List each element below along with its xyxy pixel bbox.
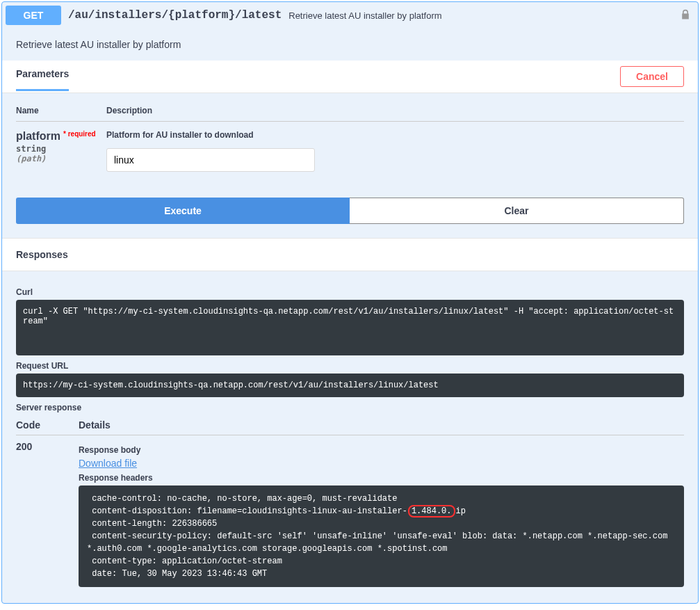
download-file-link[interactable]: Download file xyxy=(79,458,137,469)
param-type: string xyxy=(16,144,106,154)
operation-path: /au/installers/{platform}/latest xyxy=(68,9,282,22)
parameters-table: Name Description platform* required stri… xyxy=(2,93,698,187)
code-column-header: Code xyxy=(16,419,79,431)
response-row: 200 Response body Download file Response… xyxy=(16,435,684,593)
response-headers-label: Response headers xyxy=(79,473,684,483)
headers-pre: cache-control: no-cache, no-store, max-a… xyxy=(87,494,407,516)
response-body-label: Response body xyxy=(79,445,684,455)
response-table-head: Code Details xyxy=(16,415,684,435)
response-code: 200 xyxy=(16,441,79,587)
details-column-header: Details xyxy=(79,419,684,431)
request-url-value[interactable]: https://my-ci-system.cloudinsights-qa.ne… xyxy=(16,374,684,397)
server-response-label: Server response xyxy=(16,403,684,412)
parameter-desc-cell: Platform for AU installer to download xyxy=(106,130,684,172)
request-url-label: Request URL xyxy=(16,361,684,371)
execute-button[interactable]: Execute xyxy=(16,198,350,224)
param-in: (path) xyxy=(16,154,106,163)
responses-body: Curl curl -X GET "https://my-ci-system.c… xyxy=(2,271,698,603)
curl-label: Curl xyxy=(16,287,684,297)
response-details: Response body Download file Response hea… xyxy=(79,441,684,587)
param-description: Platform for AU installer to download xyxy=(106,130,684,140)
http-method-badge: GET xyxy=(6,6,61,25)
cancel-button[interactable]: Cancel xyxy=(620,66,684,87)
parameter-row: platform* required string (path) Platfor… xyxy=(16,122,684,180)
lock-icon[interactable] xyxy=(680,9,691,22)
highlighted-version: 1.484.0. xyxy=(408,505,455,517)
parameters-table-head: Name Description xyxy=(16,100,684,122)
clear-button[interactable]: Clear xyxy=(350,198,684,224)
headers-post: ip content-length: 226386665 content-sec… xyxy=(87,506,673,579)
platform-input[interactable] xyxy=(106,148,315,172)
operation-block: GET /au/installers/{platform}/latest Ret… xyxy=(1,1,699,604)
operation-summary-row[interactable]: GET /au/installers/{platform}/latest Ret… xyxy=(2,2,698,29)
parameters-title: Parameters xyxy=(16,68,69,85)
curl-command[interactable]: curl -X GET "https://my-ci-system.cloudi… xyxy=(16,300,684,355)
responses-title: Responses xyxy=(2,238,698,271)
parameter-name-cell: platform* required string (path) xyxy=(16,130,106,172)
col-header-name: Name xyxy=(16,106,106,115)
operation-summary: Retrieve latest AU installer by platform xyxy=(288,10,441,21)
param-name: platform xyxy=(16,130,60,142)
col-header-description: Description xyxy=(106,106,684,115)
required-label: * required xyxy=(63,130,96,138)
parameters-header: Parameters Cancel xyxy=(2,61,698,93)
response-headers-content[interactable]: cache-control: no-cache, no-store, max-a… xyxy=(79,485,684,587)
action-buttons: Execute Clear xyxy=(2,187,698,238)
operation-description: Retrieve latest AU installer by platform xyxy=(2,29,698,61)
